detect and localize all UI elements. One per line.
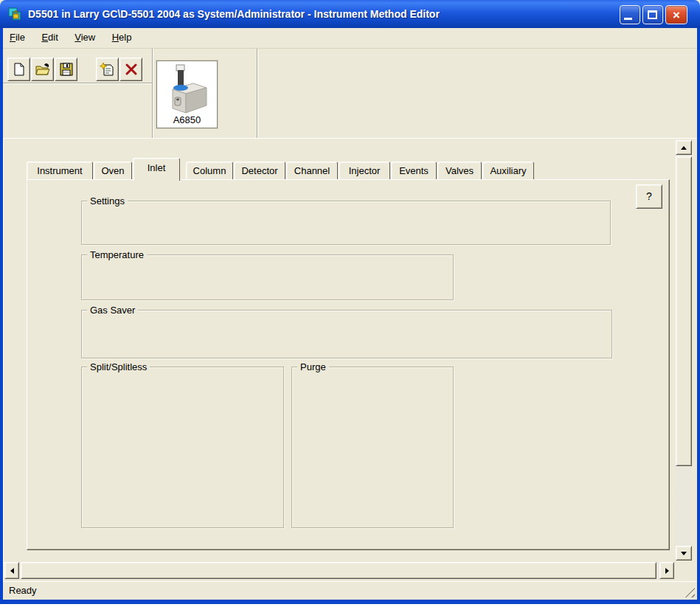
toolbar-divider [3, 83, 153, 84]
window-border-right [697, 22, 700, 604]
save-button[interactable] [55, 58, 77, 81]
settings-group-title: Settings [87, 195, 128, 207]
status-text: Ready [9, 585, 37, 596]
tab-oven[interactable]: Oven [94, 162, 132, 179]
gc-instrument-icon [164, 63, 211, 114]
close-icon: × [666, 6, 687, 24]
purge-group-title: Purge [297, 361, 329, 372]
scroll-up-button[interactable] [676, 140, 692, 155]
delete-button[interactable] [119, 58, 142, 81]
tab-detector[interactable]: Detector [234, 162, 285, 179]
maximize-icon [648, 10, 657, 19]
tab-inlet[interactable]: Inlet [133, 158, 180, 181]
vertical-scroll-thumb[interactable] [676, 156, 692, 466]
title-bar[interactable]: D5501 in Larry GC\D-5501 2004 as System/… [0, 0, 700, 28]
menu-file[interactable]: File [3, 28, 32, 49]
instrument-label: A6850 [157, 114, 217, 125]
help-button[interactable]: ? [636, 184, 662, 209]
open-button[interactable] [31, 58, 54, 81]
new-report-icon [100, 62, 115, 77]
arrow-right-icon [665, 568, 669, 574]
arrow-down-icon [681, 552, 687, 555]
scroll-left-button[interactable] [4, 562, 19, 579]
window-border-bottom [0, 600, 700, 604]
app-window: D5501 in Larry GC\D-5501 2004 as System/… [0, 0, 700, 604]
window-title: D5501 in Larry GC\D-5501 2004 as System/… [28, 0, 440, 28]
app-icon [7, 6, 24, 25]
temperature-group-title: Temperature [87, 249, 147, 260]
save-icon [59, 62, 74, 77]
instrument-a6850-button[interactable]: A6850 [156, 60, 218, 128]
scroll-right-button[interactable] [659, 562, 674, 579]
new-document-button[interactable] [7, 58, 30, 81]
new-report-button[interactable] [96, 58, 119, 81]
gas-saver-group: Gas Saver [81, 310, 612, 358]
menu-edit[interactable]: Edit [35, 28, 64, 49]
open-folder-icon [35, 62, 50, 77]
menu-help[interactable]: Help [105, 28, 139, 49]
split-splitless-group: Split/Splitless [81, 367, 284, 528]
tab-valves[interactable]: Valves [437, 162, 482, 179]
vertical-scrollbar[interactable] [676, 140, 692, 561]
tab-events[interactable]: Events [391, 162, 437, 179]
status-bar: Ready [3, 581, 697, 600]
menu-view[interactable]: View [68, 28, 102, 49]
minimize-button[interactable] [620, 5, 640, 24]
delete-icon [124, 62, 139, 77]
horizontal-scroll-thumb[interactable] [21, 562, 656, 579]
purge-group: Purge [291, 367, 454, 528]
tab-auxiliary[interactable]: Auxiliary [482, 162, 534, 179]
arrow-up-icon [681, 146, 687, 150]
new-document-icon [12, 62, 27, 77]
arrow-left-icon [10, 568, 14, 574]
maximize-button[interactable] [642, 5, 663, 24]
horizontal-scrollbar[interactable] [4, 562, 674, 579]
menu-bar: File Edit View Help [3, 28, 697, 49]
temperature-group: Temperature [81, 254, 454, 300]
tab-injector[interactable]: Injector [339, 162, 390, 179]
tab-column[interactable]: Column [186, 162, 233, 179]
tab-instrument[interactable]: Instrument [27, 162, 93, 179]
toolbar-separator-2 [257, 49, 258, 138]
gas-saver-group-title: Gas Saver [87, 305, 138, 316]
scroll-down-button[interactable] [676, 546, 692, 561]
split-splitless-group-title: Split/Splitless [87, 361, 150, 372]
close-button[interactable]: × [665, 5, 687, 24]
minimize-icon [624, 18, 632, 20]
tab-channel[interactable]: Channel [286, 162, 338, 179]
toolbar-separator-1 [152, 49, 153, 138]
settings-group: Settings [81, 201, 611, 245]
resize-grip-icon[interactable] [685, 587, 695, 597]
